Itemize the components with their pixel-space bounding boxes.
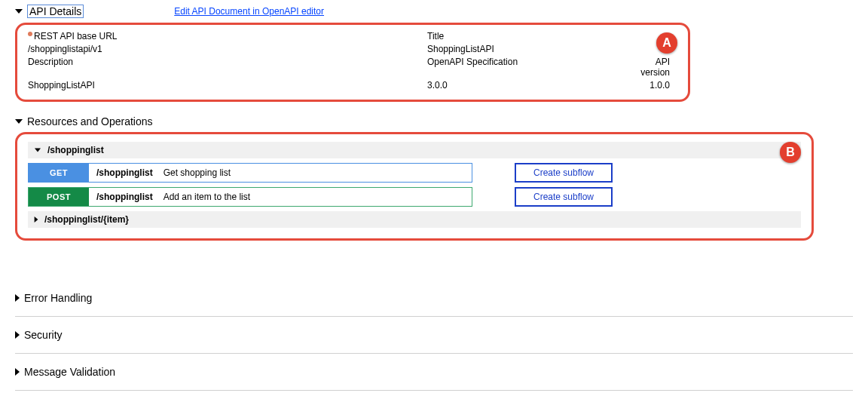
base-url-value: /shoppinglistapi/v1 [28,44,427,54]
resource-path-label: /shoppinglist/{item} [44,214,129,225]
section-error-handling: Error Handling [15,280,853,317]
callout-badge-a: A [656,32,677,54]
operation-post[interactable]: POST /shoppinglist Add an item to the li… [28,187,472,207]
changed-dot-icon [28,32,32,36]
resource-path-row[interactable]: /shoppinglist [28,142,801,158]
chevron-down-icon [15,119,23,124]
message-validation-title: Message Validation [24,366,115,378]
resource-path-label: /shoppinglist [47,145,104,155]
title-value: ShoppingListAPI [427,44,638,54]
section-api-details: API Details Edit API Document in OpenAPI… [15,0,853,111]
api-details-callout-box: A REST API base URL Title /shoppinglista… [15,23,690,102]
description-label: Description [28,57,427,78]
security-title: Security [24,329,63,341]
section-resources: Resources and Operations B /shoppinglist… [15,111,853,250]
resource-path-row[interactable]: /shoppinglist/{item} [28,211,801,228]
api-details-toggle[interactable]: API Details [15,3,84,20]
openapi-version-value: 3.0.0 [427,80,638,91]
api-details-grid: REST API base URL Title /shoppinglistapi… [28,31,677,91]
chevron-right-icon [15,294,20,302]
operation-path: /shoppinglist [89,167,160,178]
openapi-label: OpenAPI Specification [427,57,638,78]
resources-title: Resources and Operations [27,115,153,127]
http-method-badge: GET [29,164,89,182]
message-validation-toggle[interactable]: Message Validation [15,364,853,379]
edit-openapi-link[interactable]: Edit API Document in OpenAPI editor [174,6,324,17]
api-details-title: API Details [27,5,84,18]
operation-row: GET /shoppinglist Get shopping list Crea… [28,163,801,183]
create-subflow-button[interactable]: Create subflow [515,163,613,183]
http-method-badge: POST [29,188,89,206]
security-toggle[interactable]: Security [15,327,853,342]
api-details-header-row: API Details Edit API Document in OpenAPI… [15,3,853,20]
error-handling-toggle[interactable]: Error Handling [15,290,853,305]
chevron-right-icon [15,368,20,376]
section-message-validation: Message Validation [15,354,853,391]
title-label: Title [427,31,638,41]
resources-toggle[interactable]: Resources and Operations [15,114,853,129]
section-security: Security [15,317,853,354]
apiver-value: 1.0.0 [638,80,677,91]
operation-row: POST /shoppinglist Add an item to the li… [28,187,801,207]
resources-callout-box: B /shoppinglist GET /shoppinglist Get sh… [15,132,814,241]
callout-badge-b: B [780,142,801,163]
apiver-label: API version [638,57,677,78]
create-subflow-button[interactable]: Create subflow [515,187,613,207]
base-url-label: REST API base URL [28,31,427,41]
operation-summary: Get shopping list [160,167,234,178]
chevron-down-icon [35,149,41,152]
error-handling-title: Error Handling [24,292,92,304]
operation-summary: Add an item to the list [160,192,253,202]
description-value: ShoppingListAPI [28,80,427,91]
chevron-down-icon [15,9,23,14]
chevron-right-icon [15,331,20,339]
operation-get[interactable]: GET /shoppinglist Get shopping list [28,163,472,183]
operation-path: /shoppinglist [89,192,160,202]
chevron-right-icon [35,216,38,223]
